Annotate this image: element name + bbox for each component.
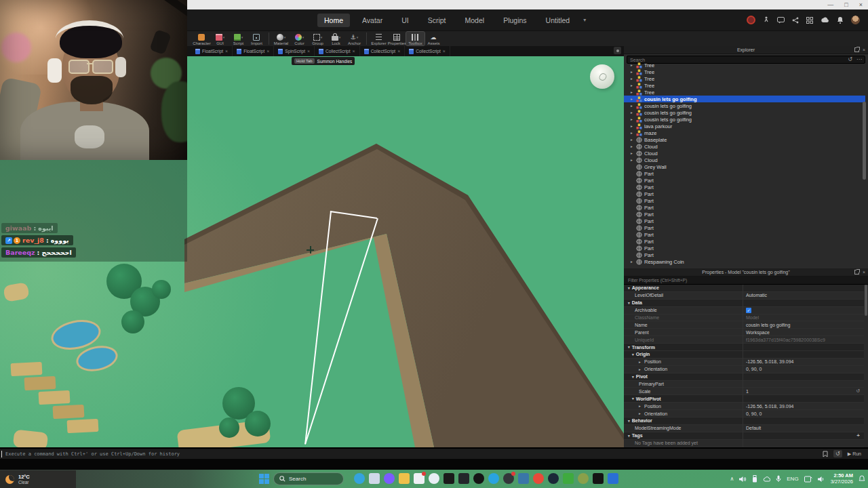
close-button[interactable]: × — [859, 1, 863, 8]
expand-arrow-icon[interactable]: ▸ — [639, 367, 642, 371]
taskbar-app-minecraft[interactable] — [563, 473, 574, 484]
script-tab[interactable]: FloatScript × — [191, 46, 233, 56]
script-tab[interactable]: FloatScript × — [233, 46, 274, 56]
mic-icon[interactable] — [776, 475, 781, 483]
collapse-arrow-icon[interactable]: ▾ — [628, 419, 630, 423]
taskbar-app-capcut[interactable] — [443, 473, 454, 484]
ribbon-button-group[interactable]: ▾ Group — [309, 32, 327, 45]
expand-arrow-icon[interactable]: ▸ — [631, 83, 634, 87]
expand-arrow-icon[interactable]: ▸ — [631, 260, 634, 264]
usb-icon[interactable] — [752, 475, 757, 483]
expand-arrow-icon[interactable]: ▸ — [631, 97, 634, 101]
expand-arrow-icon[interactable]: ▸ — [631, 158, 634, 162]
ribbon-button-color[interactable]: ▾ Color — [290, 32, 309, 45]
collapse-arrow-icon[interactable]: ▾ — [632, 375, 634, 379]
explorer-tree-item[interactable]: Part — [624, 231, 865, 238]
property-row[interactable]: LevelOfDetail Automatic — [624, 292, 864, 300]
history-clock-icon[interactable]: ↺ — [833, 450, 842, 458]
menu-tab-home[interactable]: Home — [317, 14, 350, 27]
properties-section-header[interactable]: ▾ Transform — [624, 344, 864, 351]
explorer-tree-item[interactable]: ▸ cousin lets go golfing — [624, 116, 865, 123]
tab-strip-camera-icon[interactable] — [614, 47, 621, 54]
collapse-arrow-icon[interactable]: ▾ — [628, 301, 630, 305]
taskbar-app-file-explorer[interactable] — [399, 473, 410, 484]
explorer-tree-item[interactable]: ▸ maze — [624, 129, 865, 136]
menu-tab-model[interactable]: Model — [458, 14, 492, 27]
add-tag-icon[interactable]: + — [856, 432, 860, 439]
expand-arrow-icon[interactable]: ▸ — [639, 404, 642, 408]
expand-arrow-icon[interactable]: ▸ — [631, 144, 634, 148]
run-button[interactable]: ▶ Run — [848, 451, 861, 457]
explorer-tree-item[interactable]: Part — [624, 245, 865, 251]
ribbon-button-anchor[interactable]: ⚓▾ Anchor — [345, 32, 363, 45]
explorer-tree-item[interactable]: Part — [624, 238, 865, 245]
explorer-scrollbar[interactable] — [863, 102, 866, 180]
explorer-tree-item[interactable]: ▸ Tree — [624, 82, 865, 89]
explorer-tree-item[interactable]: ▸ Tree — [624, 68, 865, 75]
speaker-icon[interactable] — [739, 476, 747, 483]
language-indicator[interactable]: ENG — [787, 476, 798, 482]
ribbon-button-lock[interactable]: ▾ Lock — [327, 32, 345, 45]
tablet-pen-icon[interactable] — [804, 476, 812, 483]
menu-tab-script[interactable]: Script — [421, 14, 453, 27]
expand-arrow-icon[interactable]: ▸ — [631, 138, 634, 142]
ribbon-button-character[interactable]: Character — [193, 32, 211, 45]
property-row[interactable]: ▸ Orientation 0, 90, 0 — [624, 366, 864, 373]
explorer-tree-item[interactable]: ▸ Tree — [624, 89, 865, 96]
popout-icon[interactable] — [854, 270, 859, 274]
explorer-tree-item[interactable]: ▸ Baseplate — [624, 136, 865, 143]
expand-arrow-icon[interactable]: ▸ — [631, 63, 634, 67]
explorer-header[interactable]: Explorer × — [624, 46, 868, 54]
expand-arrow-icon[interactable]: ▸ — [631, 110, 634, 115]
taskbar-app-quik[interactable] — [578, 473, 589, 484]
explorer-tree-item[interactable]: Part — [624, 224, 865, 231]
expand-arrow-icon[interactable]: ▸ — [639, 360, 642, 364]
menu-tab-untitled[interactable]: Untitled — [539, 14, 577, 27]
notifications-bell-icon[interactable] — [837, 16, 844, 24]
properties-filter-input[interactable]: Filter Properties (Ctrl+Shift+P) — [624, 277, 868, 285]
properties-header[interactable]: Properties - Model "cousin lets go golfi… — [624, 268, 868, 277]
ribbon-button-gui[interactable]: ▾ GUI — [211, 32, 229, 45]
explorer-tree-item[interactable]: Part — [624, 170, 865, 177]
taskbar-app-notepad[interactable] — [593, 473, 604, 484]
taskbar-app-edge[interactable] — [354, 473, 365, 484]
explorer-tree-item[interactable]: ▸ Cloud — [624, 157, 865, 163]
explorer-tree-item[interactable]: Part — [624, 204, 865, 211]
ribbon-button-properties[interactable]: Properties — [388, 32, 406, 45]
explorer-tree-item[interactable]: Part — [624, 190, 865, 197]
ribbon-button-material[interactable]: ▾ Material — [272, 32, 290, 45]
taskbar-app-medal[interactable] — [384, 473, 395, 484]
property-row[interactable]: ModelStreamingMode Default — [624, 425, 864, 432]
properties-section-header[interactable]: ▾ Tags + — [624, 432, 864, 440]
tray-chevron-up-icon[interactable]: ∧ — [730, 476, 734, 482]
taskbar-app-python[interactable] — [518, 473, 529, 484]
taskbar-app-vscode[interactable] — [608, 473, 618, 484]
explorer-tree-item[interactable]: Part — [624, 184, 865, 190]
cloud-icon[interactable] — [821, 17, 829, 23]
property-row[interactable]: UniqueId f1963da377d15f40ac7598200038Sc9 — [624, 336, 864, 344]
script-tab[interactable]: CollectScript × — [360, 46, 406, 56]
maximize-button[interactable]: □ — [844, 1, 848, 8]
properties-section-header[interactable]: ▾ WorldPivot — [624, 395, 864, 403]
explorer-tree-item[interactable]: ▸ cousin lets go golfing — [624, 109, 865, 116]
expand-arrow-icon[interactable]: ▸ — [631, 70, 634, 74]
explorer-tree-item[interactable]: Part — [624, 251, 865, 258]
share-icon[interactable] — [792, 17, 799, 24]
explorer-tree-item[interactable]: ▸ Tree — [624, 75, 865, 82]
close-tab-icon[interactable]: × — [225, 49, 228, 54]
taskbar-app-xbox[interactable] — [473, 473, 484, 484]
property-row[interactable]: Scale 1 ↺ — [624, 388, 864, 395]
taskbar-app-opera-gx[interactable] — [503, 473, 514, 484]
explorer-tree-item[interactable]: ▸ cousin lets go golfing — [624, 96, 865, 102]
expand-arrow-icon[interactable]: ▸ — [631, 117, 634, 121]
property-row[interactable]: PrimaryPart — [624, 381, 864, 388]
onedrive-sync-icon[interactable] — [763, 476, 770, 483]
taskbar-app-widgets[interactable] — [369, 473, 380, 484]
properties-section-header[interactable]: ▾ Origin — [624, 351, 864, 359]
explorer-close-icon[interactable]: × — [863, 47, 865, 52]
close-tab-icon[interactable]: × — [267, 49, 269, 54]
property-row[interactable]: ▸ Position -126.56, 5.018, 39.094 — [624, 403, 864, 410]
taskbar-app-discord[interactable] — [414, 473, 425, 484]
checkbox-checked-icon[interactable]: ✓ — [746, 308, 751, 313]
ribbon-button-assets[interactable]: ☁ Assets — [425, 32, 443, 45]
